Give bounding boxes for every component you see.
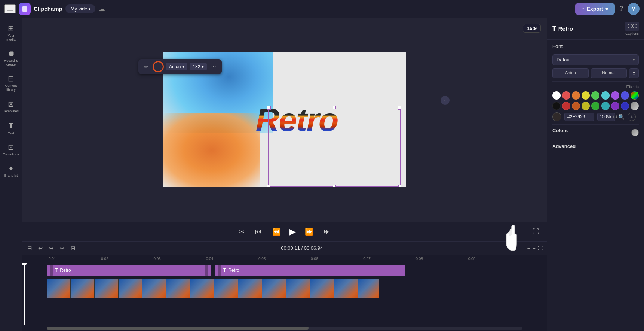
avatar[interactable]: M xyxy=(628,3,640,15)
text-align-button[interactable]: ≡ xyxy=(629,68,639,78)
color-swatch-red[interactable] xyxy=(562,91,570,100)
font-name-dropdown[interactable]: Anton ▾ xyxy=(166,63,187,70)
content-icon: ⊟ xyxy=(8,74,14,83)
color-swatch-blue[interactable] xyxy=(621,91,629,100)
color-swatch-green[interactable] xyxy=(591,91,599,100)
add-color-button[interactable]: + xyxy=(628,113,636,121)
font-section-label: Font xyxy=(552,43,639,49)
sidebar-item-text-label: Text xyxy=(8,131,14,136)
opacity-stepper[interactable]: ⬆⬇ xyxy=(612,115,618,119)
more-options-button[interactable]: ··· xyxy=(209,63,218,71)
video-thumb-7 xyxy=(190,279,214,298)
color-swatch-rainbow[interactable] xyxy=(631,91,639,100)
app-name-label: Clipchamp xyxy=(34,6,62,12)
selection-handle-br[interactable] xyxy=(398,185,401,187)
track-handle-right[interactable] xyxy=(205,265,208,276)
color-opacity-input[interactable]: 100% ⬆⬇ xyxy=(597,113,615,121)
sidebar-item-content[interactable]: ⊟ Contentlibrary xyxy=(1,71,21,95)
color-swatch-dark-cyan[interactable] xyxy=(601,102,610,110)
fast-forward-button[interactable]: ⏩ xyxy=(303,226,315,237)
export-button[interactable]: ↑ Export ▾ xyxy=(575,3,615,15)
sidebar-item-templates[interactable]: ⊠ Templates xyxy=(1,97,21,116)
track-label-1: Retro xyxy=(60,268,71,273)
redo-button[interactable]: ↪ xyxy=(48,244,55,253)
colors-slider[interactable] xyxy=(631,129,639,136)
collapse-panel-button[interactable]: ‹ xyxy=(441,96,450,105)
fit-to-window-button[interactable]: ⛶ xyxy=(538,245,543,251)
color-swatch-dark-yellow[interactable] xyxy=(582,102,590,110)
color-swatch-purple[interactable] xyxy=(611,91,619,100)
color-swatch-yellow[interactable] xyxy=(582,91,590,100)
font-family-value: Default xyxy=(556,57,572,63)
trim-button[interactable]: ✂ xyxy=(237,226,246,237)
color-swatch-white[interactable] xyxy=(552,91,561,100)
color-swatch-dark-red[interactable] xyxy=(562,102,570,110)
ruler-mark-1: 0:02 xyxy=(101,257,153,261)
color-swatch-gradient[interactable] xyxy=(631,102,639,110)
zoom-out-button[interactable]: − xyxy=(527,245,530,251)
track-handle-left[interactable] xyxy=(50,265,53,276)
color-swatch-orange[interactable] xyxy=(572,91,580,100)
add-to-timeline-button[interactable]: ⊞ xyxy=(70,244,77,253)
sidebar-item-brand[interactable]: ✦ Brand kit xyxy=(1,161,21,181)
font-normal-button[interactable]: Normal xyxy=(591,68,627,78)
color-swatch-black[interactable] xyxy=(552,102,561,110)
effects-label: Effects xyxy=(552,85,639,89)
color-swatch-dark-green[interactable] xyxy=(591,102,599,110)
video-thumb-13 xyxy=(334,279,358,298)
color-circle-button[interactable] xyxy=(153,61,164,72)
scrollbar-thumb[interactable] xyxy=(47,327,309,330)
zoom-in-button[interactable]: + xyxy=(533,245,536,251)
skip-forward-button[interactable]: ⏭ xyxy=(322,226,332,237)
ruler-mark-0: 0:01 xyxy=(49,257,101,261)
video-track[interactable] xyxy=(47,279,379,298)
retro-text[interactable]: Retro xyxy=(256,103,338,136)
track-label-2: Retro xyxy=(228,268,239,273)
font-size-dropdown[interactable]: 132 ▾ xyxy=(190,63,207,70)
playhead[interactable] xyxy=(24,263,25,325)
topbar-right: ↑ Export ▾ ? M xyxy=(575,3,640,15)
export-label: Export xyxy=(587,6,603,12)
color-preview-circle[interactable] xyxy=(552,112,561,121)
fullscreen-button[interactable]: ⛶ xyxy=(533,228,539,236)
color-swatch-dark-purple[interactable] xyxy=(611,102,619,110)
font-name-chevron: ▾ xyxy=(182,64,184,69)
help-button[interactable]: ? xyxy=(619,5,623,13)
skip-back-button[interactable]: ⏮ xyxy=(254,226,263,237)
selection-handle-bottom[interactable] xyxy=(333,185,336,187)
panel-title-row: T Retro xyxy=(552,25,573,32)
eyedropper-button[interactable]: 🔍 xyxy=(618,114,625,120)
color-hex-input[interactable] xyxy=(564,113,594,121)
sidebar-item-text[interactable]: T Text xyxy=(1,118,21,139)
undo-button[interactable]: ↩ xyxy=(37,244,44,253)
edit-button[interactable]: ✏ xyxy=(142,63,150,71)
timeline-time: 00:00.11 / 00:06.94 xyxy=(281,245,323,251)
text-track-2[interactable]: T Retro xyxy=(215,265,405,276)
project-name-button[interactable]: My video xyxy=(65,4,95,13)
color-swatch-dark-blue[interactable] xyxy=(621,102,629,110)
font-anton-button[interactable]: Anton xyxy=(552,68,589,78)
brand-icon: ✦ xyxy=(8,164,14,173)
sidebar-item-record-label: Record &create xyxy=(4,59,18,67)
video-thumb-11 xyxy=(286,279,310,298)
timeline-expand-button[interactable]: ⊟ xyxy=(26,244,33,253)
font-family-dropdown[interactable]: Default ▾ xyxy=(552,54,639,65)
captions-button[interactable]: CC Captions xyxy=(625,22,639,36)
track-handle-left-2[interactable] xyxy=(218,265,221,276)
play-button[interactable]: ▶ xyxy=(289,227,296,237)
selection-handle-bl[interactable] xyxy=(267,185,270,187)
text-track-1[interactable]: T Retro xyxy=(47,265,211,276)
timeline-scrollbar[interactable] xyxy=(47,327,522,330)
color-swatch-cyan[interactable] xyxy=(601,91,610,100)
color-picker-row: 100% ⬆⬇ 🔍 + xyxy=(552,112,639,121)
sidebar-item-media[interactable]: ⊞ Your media xyxy=(1,21,21,45)
opacity-value: 100% xyxy=(599,114,611,119)
color-swatch-dark-orange[interactable] xyxy=(572,102,580,110)
sidebar-item-transitions[interactable]: ⊡ Transitions xyxy=(1,140,21,160)
cut-button[interactable]: ✂ xyxy=(59,244,66,253)
hamburger-menu-button[interactable] xyxy=(4,4,16,13)
rewind-button[interactable]: ⏪ xyxy=(271,226,282,237)
font-size-chevron: ▾ xyxy=(202,64,204,69)
preview-area[interactable]: 16:9 Retro ↻ xyxy=(22,18,547,222)
sidebar-item-record[interactable]: ⏺ Record &create xyxy=(1,46,21,70)
